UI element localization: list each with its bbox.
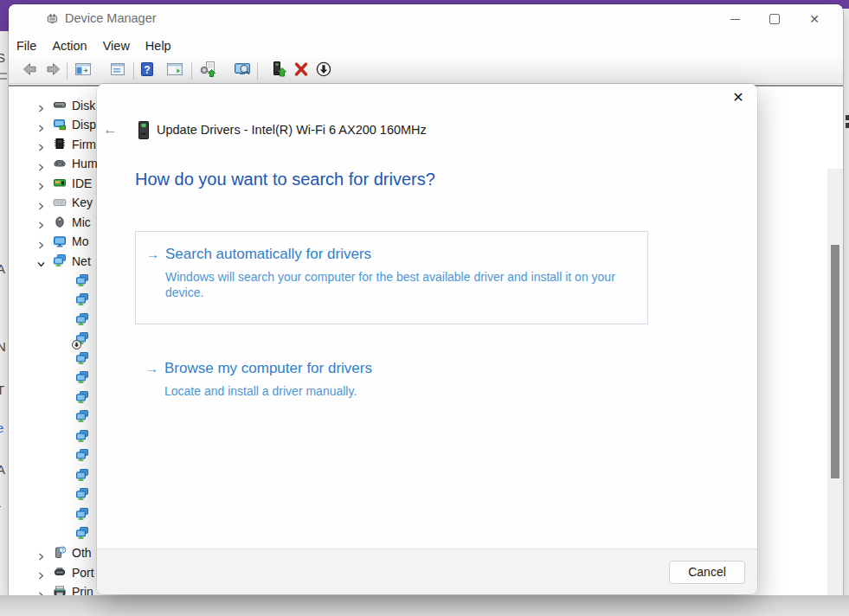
option-arrow-icon: → <box>146 247 159 261</box>
chevron-right-icon[interactable] <box>37 198 45 206</box>
option-browse-computer[interactable]: → Browse my computer for drivers Locate … <box>135 346 648 399</box>
background-text-fragment: r <box>0 503 1 515</box>
port-icon <box>53 565 67 579</box>
menu-bar: File Action View Help <box>9 34 843 58</box>
uninstall-device-button[interactable] <box>291 61 312 81</box>
arrow-right-icon <box>45 61 62 80</box>
chevron-right-icon[interactable] <box>37 178 45 186</box>
chevron-right-icon[interactable] <box>37 120 45 128</box>
chevron-right-icon[interactable] <box>37 139 45 147</box>
option-description: Windows will search your computer for th… <box>165 269 646 300</box>
menu-help[interactable]: Help <box>138 35 179 56</box>
network-adapter-icon <box>75 526 89 540</box>
update-driver-button[interactable] <box>197 61 218 81</box>
window-title: Device Manager <box>65 11 157 25</box>
dialog-close-button[interactable]: ✕ <box>729 88 748 107</box>
dialog-heading: How do you want to search for drivers? <box>135 170 435 189</box>
ide-controller-icon <box>53 176 67 189</box>
toolbar-separator <box>191 62 192 80</box>
keyboard-icon <box>53 196 67 209</box>
disable-icon <box>315 61 332 80</box>
arrow-left-icon <box>21 61 38 80</box>
dialog-footer: Cancel <box>97 549 757 594</box>
menu-action[interactable]: Action <box>44 35 94 56</box>
toolbar-separator <box>67 62 68 80</box>
network-adapter-icon <box>75 507 89 521</box>
title-bar: Device Manager ✕ <box>9 4 843 34</box>
background-text-fragment: A <box>0 263 5 275</box>
svg-text:?: ? <box>144 64 150 76</box>
hid-device-icon <box>53 157 67 170</box>
cancel-button[interactable]: Cancel <box>669 561 745 584</box>
background-text-fragment: e <box>0 422 3 434</box>
chevron-right-icon[interactable] <box>37 237 45 245</box>
dialog-back-button[interactable]: ← <box>103 121 117 138</box>
back-button[interactable] <box>19 61 40 81</box>
help-icon: ? <box>138 61 156 80</box>
dialog-options: → Search automatically for drivers Windo… <box>135 231 648 399</box>
network-adapter-icon <box>53 253 67 267</box>
console-tree-icon <box>74 61 92 80</box>
maximize-button[interactable] <box>755 4 794 34</box>
bottom-edge-strip <box>0 595 849 616</box>
device-update-icon <box>270 61 287 80</box>
tree-item-label: Firm <box>72 138 96 151</box>
update-driver-icon <box>199 61 216 80</box>
network-adapter-icon <box>75 468 89 482</box>
minimize-icon <box>730 19 740 20</box>
chevron-right-icon[interactable] <box>37 100 45 108</box>
close-icon: ✕ <box>809 13 820 25</box>
console-tree-button[interactable] <box>73 61 93 81</box>
uninstall-icon <box>293 61 310 80</box>
network-adapter-icon <box>75 351 89 365</box>
background-text-fragment: A <box>0 464 5 476</box>
option-title: Browse my computer for drivers <box>164 360 648 377</box>
option-title: Search automatically for drivers <box>165 246 647 263</box>
scan-hardware-changes-button[interactable] <box>232 61 253 81</box>
network-adapter-icon <box>75 331 89 345</box>
help-button[interactable]: ? <box>137 61 158 81</box>
chevron-down-icon[interactable] <box>37 256 45 264</box>
chevron-right-icon[interactable] <box>37 587 45 595</box>
disable-device-button[interactable] <box>313 61 334 81</box>
svg-text:?: ? <box>61 546 64 552</box>
chevron-right-icon[interactable] <box>37 549 45 556</box>
tree-item-label: Net <box>72 254 91 268</box>
network-adapter-icon <box>75 370 89 384</box>
scrollbar-thumb[interactable] <box>831 245 839 478</box>
mouse-icon <box>53 215 67 228</box>
network-adapter-icon <box>75 429 89 443</box>
close-button[interactable]: ✕ <box>794 4 834 34</box>
chevron-right-icon[interactable] <box>37 217 45 225</box>
properties-icon <box>109 61 126 80</box>
tree-item-label: Disp <box>72 118 96 132</box>
firmware-icon <box>53 137 67 151</box>
network-adapter-icon <box>75 312 89 326</box>
tree-item-label: Disk <box>72 99 95 112</box>
network-adapter-icon <box>75 409 89 423</box>
action-pane-icon <box>166 61 183 80</box>
chevron-right-icon[interactable] <box>37 568 45 575</box>
update-driver-device-button[interactable] <box>268 61 289 81</box>
properties-button[interactable] <box>107 61 128 81</box>
disabled-device-icon <box>72 337 81 347</box>
toolbar-separator <box>133 62 134 80</box>
chevron-right-icon[interactable] <box>37 159 45 167</box>
close-icon: ✕ <box>732 90 743 105</box>
forward-button[interactable] <box>43 61 64 81</box>
action-pane-button[interactable] <box>164 61 185 81</box>
scrollbar-track[interactable] <box>827 169 843 597</box>
update-drivers-dialog: ✕ ← Update Drivers - Intel(R) Wi-Fi 6 AX… <box>97 84 757 594</box>
device-manager-icon <box>46 12 59 25</box>
menu-file[interactable]: File <box>9 35 44 56</box>
tree-item-label: Key <box>72 196 93 209</box>
menu-view[interactable]: View <box>95 35 138 56</box>
option-arrow-icon: → <box>145 361 158 375</box>
maximize-icon <box>769 14 780 24</box>
back-arrow-icon: ← <box>103 121 118 138</box>
monitor-icon <box>53 234 67 248</box>
option-search-automatically[interactable]: → Search automatically for drivers Windo… <box>135 231 648 324</box>
minimize-button[interactable] <box>715 4 755 34</box>
option-description: Locate and install a driver manually. <box>164 383 645 399</box>
dialog-title: Update Drivers - Intel(R) Wi-Fi 6 AX200 … <box>157 123 427 137</box>
